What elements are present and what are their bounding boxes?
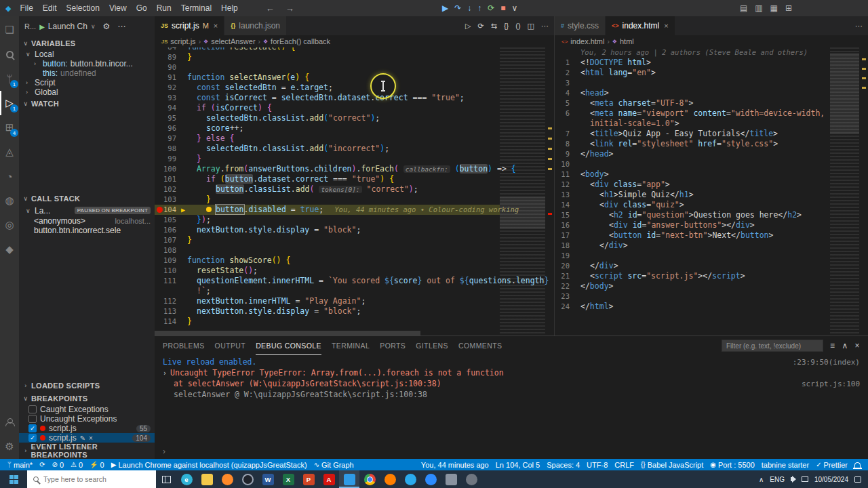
code-line-112[interactable]: 112nextButton.innerHTML = "Play Again"; [155, 296, 500, 306]
console-log-parens-icon[interactable]: () [515, 22, 520, 30]
code-line-102[interactable]: 102button.classList.add( tokens[0]: "cor… [155, 184, 500, 195]
code-line-wrap[interactable]: !`; [155, 286, 500, 296]
code-line-89[interactable]: 89} [155, 52, 500, 62]
tab-launch-json[interactable]: {}launch.json [224, 16, 287, 35]
activity-gitlens[interactable]: ◆ [0, 237, 19, 262]
code-line-93[interactable]: 93const isCorrect = selectedBtn.dataset.… [155, 93, 500, 103]
watch-section-header[interactable]: ∨ WATCH [19, 97, 155, 110]
toggle-sidebar-icon[interactable]: ▥ [755, 3, 762, 13]
activity-live-share[interactable]: ◎ [0, 213, 19, 237]
code-line-2[interactable]: 2<html lang="en"> [555, 68, 830, 78]
expand-icon[interactable]: › [163, 369, 167, 377]
maximize-panel-icon[interactable]: ∧ [842, 341, 848, 350]
call-stack-frame[interactable]: button.btn.incorrect.sele [19, 226, 155, 235]
menu-edit[interactable]: Edit [38, 0, 62, 16]
code-line-9[interactable]: 9</head> [555, 149, 830, 159]
close-icon[interactable]: × [214, 22, 218, 30]
code-line-7[interactable]: 7<title>Quiz App - Easy Tutorials</title… [555, 129, 830, 139]
call-stack-section-header[interactable]: ∨ CALL STACK [19, 192, 155, 205]
tab-script-js[interactable]: JSscript.jsM× [155, 16, 224, 35]
code-line-20[interactable]: 20</div> [555, 261, 830, 271]
code-line-10[interactable]: 10 [555, 159, 830, 169]
source-link[interactable]: :23:9:50(index) [793, 358, 860, 367]
menu-file[interactable]: File [15, 0, 37, 16]
lightbulb-icon[interactable] [206, 207, 212, 212]
code-line-21[interactable]: 21<script src="script.js"></script> [555, 271, 830, 281]
toggle-panel-icon[interactable]: ▤ [740, 3, 747, 13]
code-line-17[interactable]: 17<button id="next-btn">Next</button> [555, 230, 830, 241]
tab-style-css[interactable]: #style.css [555, 16, 606, 35]
activity-testing[interactable]: ◬ [0, 140, 19, 164]
code-line-98[interactable]: 98selectedBtn.classList.add("incorrect")… [155, 144, 500, 154]
debug-restart-button[interactable]: ⟳ [488, 3, 494, 13]
taskbar-vscode-icon[interactable] [339, 470, 359, 488]
tray-expand-icon[interactable]: ∧ [759, 476, 764, 483]
status-language-mode[interactable]: {}Babel JavaScript [637, 459, 707, 470]
code-line-4[interactable]: 4<head> [555, 88, 830, 98]
edit-breakpoint-icon[interactable]: ✎ [80, 434, 85, 442]
console-options-icon[interactable]: ≡ [830, 341, 835, 350]
code-line-104[interactable]: 104▶button.disabled = true;You, 44 minut… [155, 205, 500, 215]
start-debug-button[interactable]: ▶ [39, 23, 45, 30]
variable-row[interactable]: this:undefined [19, 68, 155, 78]
code-line-108[interactable]: 108 [155, 245, 500, 256]
minimap-slider[interactable] [500, 197, 545, 229]
console-line[interactable]: selectAnswer @ W:\quizappJsGreatStack\sc… [163, 389, 860, 400]
variables-scope-script[interactable]: ›Script [19, 78, 155, 87]
variables-scope-global[interactable]: ›Global [19, 87, 155, 97]
code-line-84[interactable]: 84function resetState() { [155, 47, 500, 52]
breakpoint-checkbox[interactable] [28, 405, 37, 413]
activity-extensions[interactable]: ⊞4 [0, 115, 19, 140]
code-line-14[interactable]: 14<div class="quiz"> [555, 200, 830, 210]
status-cursor-position[interactable]: Ln 104, Col 5 [492, 459, 543, 470]
code-line-110[interactable]: 110resetState(); [155, 266, 500, 276]
code-line-22[interactable]: 22</body> [555, 281, 830, 291]
close-icon[interactable]: × [664, 22, 668, 30]
language-indicator[interactable]: ENG [770, 476, 785, 483]
back-icon[interactable]: ← [266, 3, 275, 14]
status-encoding[interactable]: UTF-8 [583, 459, 611, 470]
more-actions-icon[interactable]: ⋯ [855, 22, 863, 30]
taskbar-settings-app-icon[interactable] [461, 470, 481, 488]
code-line-106[interactable]: 106nextButton.style.display = "block"; [155, 225, 500, 235]
breakpoint-row[interactable]: ✓script.js55 [19, 424, 155, 433]
breakpoint-checkbox[interactable]: ✓ [28, 434, 37, 442]
status-debug-launch-config[interactable]: ▶Launch Chrome against localhost (quizap… [108, 459, 311, 470]
customize-layout-icon[interactable]: ⊞ [785, 3, 792, 13]
close-panel-icon[interactable]: × [855, 341, 860, 350]
status-indentation[interactable]: Spaces: 4 [543, 459, 583, 470]
code-line-8[interactable]: 8<link rel="stylesheet" href="style.css"… [555, 139, 830, 149]
console-filter-input[interactable] [722, 340, 823, 352]
code-line-11[interactable]: 11<body> [555, 169, 830, 180]
live-reload-icon[interactable]: ⟳ [477, 22, 484, 30]
toggle-secondary-sidebar-icon[interactable]: ▦ [770, 3, 778, 13]
start-button[interactable] [0, 470, 27, 488]
tab-index-html[interactable]: <>index.html× [606, 16, 675, 35]
split-editor-icon[interactable]: ◫ [528, 22, 534, 30]
code-line-13[interactable]: 13<h1>Simple Quiz</h1> [555, 190, 830, 200]
open-changes-icon[interactable]: ⇆ [491, 22, 497, 30]
status-git-branch[interactable]: ᛘmain* [4, 459, 36, 470]
status-git-graph[interactable]: ∿Git Graph [311, 459, 357, 470]
breadcrumb-item[interactable]: script.js [170, 37, 195, 45]
activity-run-and-debug[interactable]: ▷1 [0, 91, 19, 115]
code-line-103[interactable]: 103} [155, 195, 500, 205]
minimap[interactable] [500, 47, 545, 336]
status-gitlens-blame[interactable]: You, 44 minutes ago [418, 459, 492, 470]
taskbar-word-icon[interactable]: W [258, 470, 278, 488]
menu-run[interactable]: Run [152, 0, 176, 16]
breakpoint-checkbox[interactable] [28, 415, 37, 423]
source-link[interactable]: script.js:100 [802, 380, 860, 388]
taskbar-firefox-icon[interactable] [217, 470, 237, 488]
debug-step-out-button[interactable]: ↑ [477, 3, 481, 13]
code-line-101[interactable]: 101if (button.dataset.correct === "true"… [155, 174, 500, 184]
activity-source-control[interactable]: ᛘ1 [0, 66, 19, 91]
code-line-16[interactable]: 16<div id="answer-buttons"></div> [555, 220, 830, 230]
run-file-icon[interactable]: ▷ [465, 22, 471, 30]
chevron-down-icon[interactable]: ∨ [91, 23, 96, 30]
activity-docker[interactable]: ◍ [0, 188, 19, 213]
console-log-braces-icon[interactable]: {} [504, 22, 509, 30]
debug-console-input-prompt[interactable]: › [163, 447, 165, 456]
panel-tab-ports[interactable]: PORTS [380, 336, 406, 355]
taskbar-snipping-tool-icon[interactable] [441, 470, 461, 488]
